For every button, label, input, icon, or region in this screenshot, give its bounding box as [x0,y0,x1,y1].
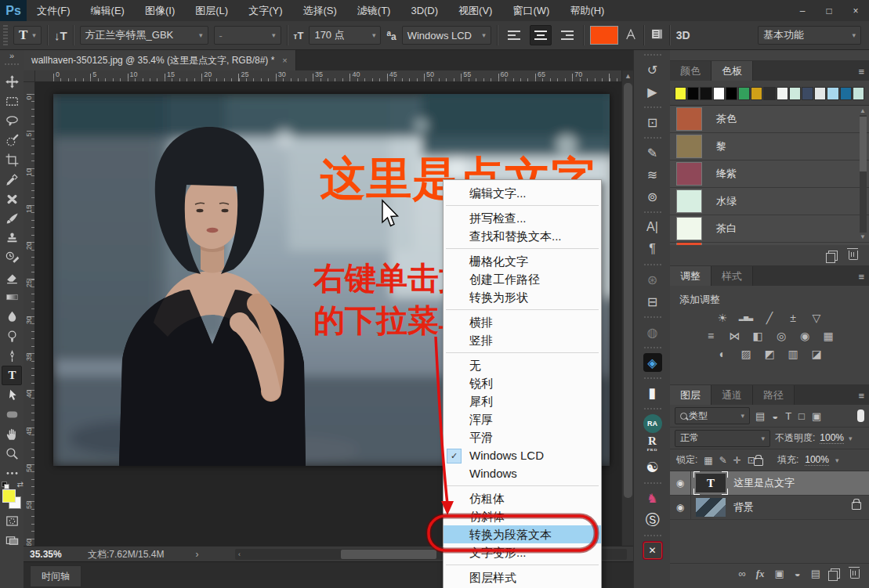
swatch-row[interactable]: 茶色 [670,106,869,133]
font-size-select[interactable]: 170 点 ▾ [309,26,381,45]
context-menu-item[interactable]: 栅格化文字 [444,252,601,270]
3d-button[interactable]: 3D [676,29,690,41]
swatches-scrollbar[interactable]: ▲ ▼ [858,107,867,240]
tool-move[interactable] [2,72,22,92]
menu-w[interactable]: 窗口(W) [502,0,559,21]
context-menu-item[interactable]: 文字变形... [444,543,601,561]
context-menu-item[interactable]: 查找和替换文本... [444,227,601,245]
delete-swatch-icon[interactable] [849,251,858,260]
anti-alias-select[interactable]: Windows LCD ▾ [402,26,491,45]
menu-v[interactable]: 视图(V) [448,0,502,21]
toggle-panels-icon[interactable] [650,27,664,43]
dock-history-icon[interactable]: ↺ [641,60,664,80]
adjustment-selective-color-icon[interactable]: ◪ [809,347,824,360]
warp-text-icon[interactable] [624,27,638,44]
adjustment-brightness-contrast-icon[interactable]: ☀ [715,311,730,324]
mini-swatch[interactable] [738,87,750,100]
context-menu-item[interactable]: 无 [444,356,601,374]
dock-libraries-icon[interactable]: ⊟ [641,291,664,312]
context-menu-item[interactable]: Windows [444,464,601,482]
adjustment-black-white-icon[interactable]: ◧ [750,329,766,342]
scroll-up-icon[interactable]: ▲ [858,107,867,114]
context-menu-item[interactable]: 平滑 [444,428,601,446]
layer-visibility-icon[interactable]: ◉ [670,496,691,519]
tool-clone-stamp[interactable] [2,229,22,248]
tool-lasso[interactable] [2,111,22,131]
delete-layer-icon[interactable] [850,569,860,579]
swatch-row[interactable]: 水绿 [670,188,869,215]
mini-swatch[interactable] [814,87,826,100]
scroll-left-icon[interactable]: ‹ [238,549,241,560]
context-menu-item[interactable]: 图层样式 [444,568,601,586]
tool-eyedropper[interactable] [2,170,22,189]
layer-filter-type-select[interactable]: 类型 ▾ [675,407,750,424]
swatch-chip[interactable] [676,107,702,131]
default-colors-icon[interactable] [2,482,9,488]
dock-generator-icon[interactable]: ⊡ [641,112,664,132]
swap-colors-icon[interactable]: ⇄ [17,480,24,489]
context-menu-item[interactable]: 犀利 [444,392,601,410]
tool-shape[interactable] [2,405,22,424]
context-menu-item[interactable]: 编辑文字... [444,184,601,202]
text-orientation-icon[interactable]: ↓T [54,29,67,42]
mini-swatch[interactable] [853,87,864,100]
mini-swatch[interactable] [675,87,686,100]
swatch-row[interactable]: 绛紫 [670,161,869,188]
dock-horse-plugin-icon[interactable]: ♞ [641,488,664,508]
dock-close-plugin-icon[interactable]: ✕ [641,540,664,561]
filter-image-icon[interactable]: ▤ [755,410,765,422]
minimize-button[interactable]: – [789,2,816,20]
swatches-menu-icon[interactable]: ≡ [858,66,864,78]
font-family-select[interactable]: 方正兰亭特黑_GBK ▾ [80,26,208,45]
expand-toolbar-button[interactable]: » [9,50,14,62]
dock-3d-plugin-icon[interactable]: ◈ [641,352,664,373]
adjustment-gradient-map-icon[interactable]: ▥ [785,347,801,360]
dock-s-plugin-icon[interactable]: Ⓢ [641,510,664,530]
swatch-row[interactable]: 茶白 [670,215,869,243]
dock-character-icon[interactable]: A| [641,217,664,237]
vertical-scrollbar[interactable]: ▲ [621,70,634,546]
dock-clone-source-icon[interactable]: ⊚ [641,186,664,207]
layer-thumbnail[interactable]: T [696,474,726,492]
tool-pen[interactable] [2,346,22,366]
dock-paragraph-icon[interactable]: ¶ [641,239,664,259]
layer-visibility-icon[interactable]: ◉ [670,471,691,495]
filter-smart-icon[interactable]: ▣ [812,410,821,422]
layers-tab[interactable]: 图层 [670,385,711,405]
vertical-scroll-thumb[interactable] [624,83,632,498]
dock-sphere-plugin-icon[interactable]: ◍ [641,322,664,342]
workspace-select[interactable]: 基本功能 ▾ [758,26,861,45]
menu-3dd[interactable]: 3D(D) [400,0,448,21]
mini-swatch[interactable] [763,87,775,100]
layer-row[interactable]: ◉T这里是点文字 [670,471,869,496]
tool-healing[interactable] [2,189,22,209]
lock-move-icon[interactable]: ✛ [733,455,741,466]
status-popup-icon[interactable]: › [195,549,198,560]
blend-mode-select[interactable]: 正常 ▾ [675,430,770,447]
adjustment-photo-filter-icon[interactable]: ◎ [773,329,789,342]
scroll-up-icon[interactable]: ▲ [622,72,634,80]
filter-shape-icon[interactable]: □ [798,410,805,422]
close-tab-icon[interactable]: × [282,56,287,65]
context-menu-item[interactable]: 浑厚 [444,410,601,428]
tool-zoom[interactable] [2,444,22,464]
align-center-button[interactable] [530,25,552,45]
dock-brush-presets-icon[interactable]: ≋ [641,164,664,185]
menu-f[interactable]: 文件(F) [27,0,81,21]
tool-crop[interactable] [2,150,22,170]
adjustment-color-lookup-icon[interactable]: ▦ [820,329,836,342]
menu-i[interactable]: 图像(I) [135,0,185,21]
tool-dodge[interactable] [2,326,22,346]
menu-y[interactable]: 文字(Y) [238,0,292,21]
partial-swatch-row[interactable] [670,243,869,245]
context-menu-item[interactable]: Windows LCD✓ [444,446,601,464]
mini-swatch[interactable] [713,87,725,100]
font-style-select[interactable]: - ▾ [214,26,281,45]
horizontal-scroll-thumb[interactable] [341,550,436,559]
mini-swatch[interactable] [751,87,762,100]
tool-brush[interactable] [2,209,22,229]
layer-mask-icon[interactable]: ▣ [775,568,784,579]
mini-swatch[interactable] [789,87,801,100]
align-right-button[interactable] [557,26,578,45]
tool-blur[interactable] [2,307,22,326]
